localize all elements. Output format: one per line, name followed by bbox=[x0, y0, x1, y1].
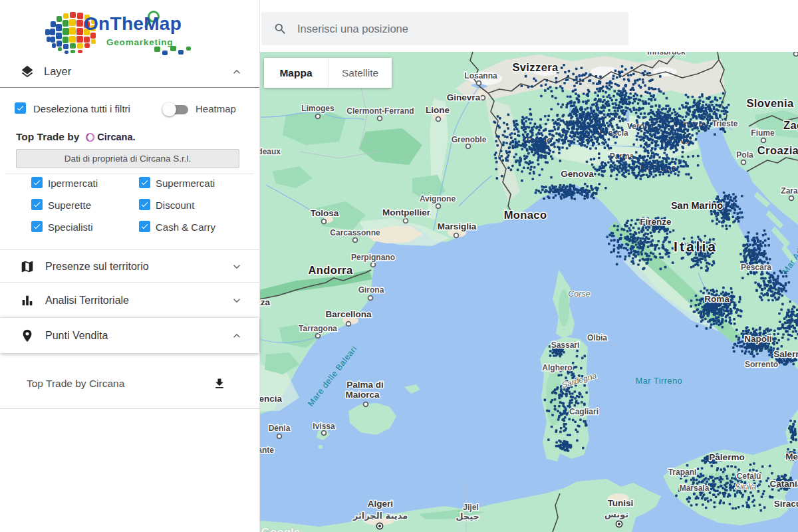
filter-superette-checkbox[interactable] bbox=[31, 199, 43, 210]
svg-text:Montpellier: Montpellier bbox=[382, 207, 431, 217]
circana-name-label: Circana. bbox=[97, 132, 135, 142]
filter-label: Discount bbox=[156, 200, 194, 211]
svg-text:Sicilia: Sicilia bbox=[735, 482, 757, 491]
deselect-filters-checkbox[interactable] bbox=[15, 102, 26, 114]
svg-text:Messina: Messina bbox=[785, 452, 798, 462]
map-type-mappa-button[interactable]: Mappa bbox=[264, 58, 328, 88]
svg-text:Mar Tirreno: Mar Tirreno bbox=[636, 376, 683, 386]
svg-text:Alicante: Alicante bbox=[259, 446, 274, 455]
layer-section-label: Layer bbox=[44, 65, 71, 78]
circana-data-notice[interactable]: Dati di proprietà di Circana S.r.l. bbox=[16, 149, 239, 168]
section-label: Punti Vendita bbox=[45, 330, 108, 342]
download-icon[interactable] bbox=[213, 377, 226, 390]
filter-cash-and-carry-checkbox[interactable] bbox=[139, 221, 150, 232]
filter-label: Superette bbox=[48, 200, 91, 211]
svg-text:Palermo: Palermo bbox=[709, 452, 744, 462]
svg-text:Valencia: Valencia bbox=[259, 394, 282, 404]
svg-text:Sassari: Sassari bbox=[551, 340, 580, 350]
filter-supermercati-checkbox[interactable] bbox=[139, 177, 150, 188]
svg-text:Catania: Catania bbox=[770, 479, 798, 489]
svg-text:Andorra: Andorra bbox=[309, 264, 353, 276]
svg-text:Pescara: Pescara bbox=[741, 263, 771, 272]
deselect-filters-label: Deseleziona tutti i filtri bbox=[33, 103, 130, 114]
svg-text:Avignone: Avignone bbox=[420, 194, 456, 203]
svg-text:Losanna: Losanna bbox=[464, 71, 497, 80]
section-presenze-sul-territorio[interactable]: Presenze sul territorio bbox=[0, 249, 259, 283]
svg-text:تونس: تونس bbox=[604, 509, 628, 519]
svg-text:Trieste: Trieste bbox=[712, 119, 738, 128]
circana-logo-icon bbox=[84, 132, 96, 143]
bar-chart-icon bbox=[20, 293, 35, 308]
svg-text:Maiorca: Maiorca bbox=[345, 390, 380, 400]
svg-text:Cagliari: Cagliari bbox=[569, 407, 598, 416]
svg-text:Genova: Genova bbox=[561, 169, 594, 179]
heatmap-toggle[interactable] bbox=[164, 105, 188, 114]
svg-text:Italia: Italia bbox=[674, 239, 718, 254]
place-pin-icon bbox=[20, 329, 35, 343]
onthemap-logo: OnTheMap Geomarketing bbox=[33, 7, 233, 60]
search-input[interactable]: Inserisci una posizione bbox=[261, 12, 628, 45]
filter-ipermercati-checkbox[interactable] bbox=[31, 177, 43, 188]
filter-label: Ipermercati bbox=[48, 178, 98, 189]
onthemap-app: OnTheMap Geomarketing Layer Deseleziona … bbox=[0, 0, 798, 532]
svg-text:Siracusa: Siracusa bbox=[774, 499, 798, 509]
svg-text:San Marino: San Marino bbox=[671, 200, 723, 211]
layer-section-header[interactable]: Layer bbox=[0, 56, 259, 88]
section-punti-vendita[interactable]: Punti Vendita bbox=[0, 318, 259, 353]
chevron-up-icon[interactable] bbox=[230, 329, 243, 342]
svg-text:Marsala: Marsala bbox=[680, 483, 710, 493]
svg-text:Algeri: Algeri bbox=[368, 499, 393, 509]
chevron-up-icon[interactable] bbox=[230, 65, 243, 78]
svg-text:Bordeaux: Bordeaux bbox=[259, 147, 281, 156]
svg-text:Corse: Corse bbox=[568, 289, 590, 299]
svg-text:Alghero: Alghero bbox=[542, 363, 572, 372]
svg-text:Saragozza: Saragozza bbox=[259, 297, 270, 307]
search-icon bbox=[273, 22, 287, 36]
svg-text:Svizzera: Svizzera bbox=[512, 61, 559, 73]
chevron-down-icon[interactable] bbox=[230, 260, 243, 273]
svg-text:Innsbruck: Innsbruck bbox=[647, 52, 686, 57]
svg-text:Limoges: Limoges bbox=[301, 104, 334, 113]
svg-text:Fiume: Fiume bbox=[751, 128, 775, 138]
svg-text:Monaco: Monaco bbox=[504, 209, 547, 221]
filter-specialisti-checkbox[interactable] bbox=[31, 221, 43, 232]
svg-text:Zagabria: Zagabria bbox=[783, 119, 798, 131]
svg-text:Napoli: Napoli bbox=[744, 334, 771, 344]
svg-text:Tolosa: Tolosa bbox=[311, 208, 339, 218]
heatmap-toggle-knob[interactable] bbox=[162, 102, 176, 116]
layers-icon bbox=[20, 65, 35, 79]
chevron-down-icon[interactable] bbox=[230, 294, 243, 307]
svg-text:Palma di: Palma di bbox=[346, 380, 384, 390]
toptrade-download-row: Top Trade by Circana bbox=[0, 370, 259, 399]
divider bbox=[5, 174, 254, 174]
divider bbox=[0, 408, 259, 409]
map-container[interactable]: Mappa Satellite bbox=[259, 52, 798, 532]
map-canvas[interactable]: TorinoBresciaVeronaVeneziaPadovaParmaBol… bbox=[259, 52, 798, 532]
svg-text:Lione: Lione bbox=[426, 105, 450, 115]
top-bar: Inserisci una posizione bbox=[259, 0, 798, 52]
svg-text:Croazia: Croazia bbox=[757, 144, 798, 156]
svg-text:Cefalù: Cefalù bbox=[737, 471, 761, 481]
heatmap-label: Heatmap bbox=[196, 103, 236, 114]
svg-text:Firenze: Firenze bbox=[640, 217, 672, 227]
svg-text:Slovenia: Slovenia bbox=[746, 97, 793, 109]
toptrade-download-label: Top Trade by Circana bbox=[27, 378, 124, 390]
svg-text:Pola: Pola bbox=[736, 150, 753, 160]
svg-text:Tarragona: Tarragona bbox=[299, 324, 337, 333]
filter-label: Supermercati bbox=[156, 178, 215, 189]
svg-text:Ginevra: Ginevra bbox=[447, 92, 481, 102]
svg-text:Dénia: Dénia bbox=[269, 424, 291, 433]
filter-discount-checkbox[interactable] bbox=[139, 199, 150, 210]
svg-text:Zara: Zara bbox=[781, 186, 798, 196]
toptrade-heading: Top Trade by Circana. bbox=[16, 130, 136, 144]
filter-label: Specialisti bbox=[48, 221, 93, 233]
sidebar: OnTheMap Geomarketing Layer Deseleziona … bbox=[0, 0, 260, 532]
svg-text:Trapani: Trapani bbox=[668, 467, 697, 477]
svg-text:مدينة الجزائر: مدينة الجزائر bbox=[352, 511, 408, 521]
svg-text:Roma: Roma bbox=[704, 294, 730, 304]
svg-text:جيجل: جيجل bbox=[456, 511, 479, 521]
search-placeholder: Inserisci una posizione bbox=[297, 23, 408, 35]
section-analisi-territoriale[interactable]: Analisi Territoriale bbox=[0, 282, 259, 319]
section-label: Analisi Territoriale bbox=[45, 295, 129, 307]
map-type-satellite-button[interactable]: Satellite bbox=[328, 58, 392, 88]
